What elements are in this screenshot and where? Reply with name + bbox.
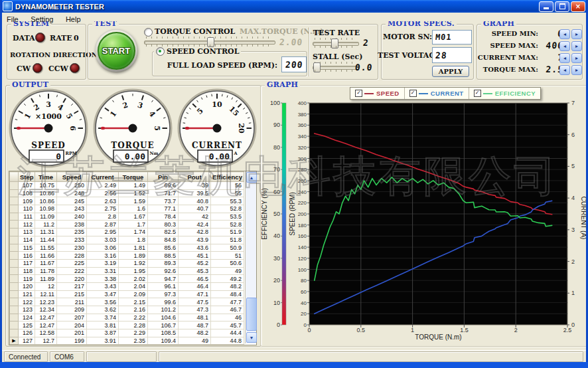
table-row[interactable]: 12612.582013.872.29108.548.244.4 xyxy=(10,329,244,337)
table-row[interactable]: 11811.782223.311.9592.645.349 xyxy=(10,267,244,275)
speed-control-radio[interactable] xyxy=(156,47,165,56)
menu-file[interactable]: File xyxy=(2,15,23,24)
row-selector[interactable] xyxy=(10,314,19,322)
row-selector[interactable] xyxy=(10,267,19,275)
table-header-time[interactable]: Time xyxy=(35,172,57,182)
spin-right-icon[interactable]: ▸ xyxy=(571,29,582,39)
full-load-speed-field[interactable]: 200 xyxy=(281,56,307,72)
row-selector[interactable] xyxy=(10,229,19,236)
stall-slider[interactable] xyxy=(313,62,359,72)
row-selector[interactable] xyxy=(10,275,19,283)
chart-tick-label: 7 xyxy=(571,100,575,106)
menu-setting[interactable]: Setting xyxy=(26,15,58,24)
table-row[interactable]: 12412.472073.742.22104.648.146 xyxy=(10,314,244,322)
row-selector[interactable] xyxy=(10,182,19,190)
row-selector[interactable] xyxy=(10,213,19,221)
row-selector[interactable] xyxy=(10,282,19,290)
chart-tick-label: 160 xyxy=(298,233,307,239)
row-selector[interactable] xyxy=(10,244,19,252)
table-header-pout[interactable]: Pout xyxy=(179,172,211,182)
row-selector[interactable]: ▶ xyxy=(10,337,19,345)
table-cell: 3.47 xyxy=(87,290,119,298)
minimize-button[interactable] xyxy=(539,1,553,12)
table-row[interactable]: 10710.752502.491.4969.63956 xyxy=(10,182,244,190)
row-selector[interactable] xyxy=(10,329,19,337)
spin-left-icon[interactable]: ◂ xyxy=(559,53,570,63)
title-bar[interactable]: DYNAMOMETER TESTER × xyxy=(0,0,588,13)
row-selector[interactable] xyxy=(10,298,19,306)
table-row[interactable]: 12312.342093.622.16101.247.346.7 xyxy=(10,306,244,314)
table-row[interactable]: 10910.862452.631.5973.740.855.3 xyxy=(10,197,244,205)
table-row[interactable]: ▶12712.71993.912.35109.44944.8 xyxy=(10,337,244,345)
table-row[interactable]: 11311.312352.951.7482.542.851.9 xyxy=(10,229,244,236)
table-row[interactable]: 11911.892203.382.0294.746.549.2 xyxy=(10,275,244,283)
spin-left-icon[interactable]: ◂ xyxy=(559,41,570,51)
table-header-step[interactable]: Step xyxy=(19,172,35,182)
legend-item-efficiency[interactable]: ✓EFFICIENCY xyxy=(469,88,540,99)
row-selector[interactable] xyxy=(10,252,19,260)
table-cell: 1.74 xyxy=(119,229,148,236)
table-row[interactable]: 11010.982432.751.677.140.752.8 xyxy=(10,205,244,213)
table-row[interactable]: 12512.472043.812.28106.748.745.7 xyxy=(10,322,244,329)
spin-right-icon[interactable]: ▸ xyxy=(571,41,582,51)
chart-tick-label: 120 xyxy=(298,256,307,262)
torque-control-radio[interactable] xyxy=(144,28,153,37)
table-cell: 250 xyxy=(57,182,87,190)
table-row[interactable]: 10810.862482.561.5271.739.555 xyxy=(10,189,244,197)
scroll-up-icon[interactable]: ▲ xyxy=(246,172,257,183)
test-voltage-field[interactable]: 28 xyxy=(432,47,472,63)
close-button[interactable]: × xyxy=(571,1,585,12)
table-cell: 45.3 xyxy=(179,267,211,275)
table-header-torque[interactable]: Torque xyxy=(119,172,148,182)
table-row[interactable]: 11611.662283.161.8988.545.151 xyxy=(10,252,244,260)
row-selector[interactable] xyxy=(10,221,19,229)
chart-tick-label: 0 xyxy=(304,322,307,328)
table-header-efficiency[interactable]: Efficiency xyxy=(211,172,244,182)
table-row[interactable]: 11211.22382.871.780.342.452.8 xyxy=(10,221,244,229)
menu-help[interactable]: Help xyxy=(61,15,86,24)
data-table[interactable]: StepTimeSpeedCurrentTorquePinPoutEfficie… xyxy=(9,171,244,345)
row-selector[interactable] xyxy=(10,189,19,197)
restore-button[interactable] xyxy=(555,1,569,12)
legend-item-current[interactable]: ✓CURRENT xyxy=(404,88,469,99)
test-rate-slider[interactable] xyxy=(313,38,359,48)
apply-button[interactable]: APPLY xyxy=(432,66,469,77)
graph-setting-row: CURRENT MAX:7◂▸ xyxy=(477,52,581,63)
table-scrollbar[interactable]: ▲ ▼ xyxy=(245,171,256,343)
table-row[interactable]: 120122173.432.0496.146.448.2 xyxy=(10,282,244,290)
row-selector[interactable] xyxy=(10,306,19,314)
row-selector[interactable] xyxy=(10,205,19,213)
spin-right-icon[interactable]: ▸ xyxy=(571,53,582,63)
legend-item-speed[interactable]: ✓SPEED xyxy=(350,88,404,99)
row-selector[interactable] xyxy=(10,322,19,329)
start-button[interactable]: START xyxy=(98,32,135,70)
ccw-led xyxy=(70,63,80,73)
table-cell: 44.4 xyxy=(211,329,244,337)
row-selector[interactable] xyxy=(10,259,19,267)
table-row[interactable]: 12112.112153.472.0997.347.148.4 xyxy=(10,290,244,298)
scrollbar-thumb[interactable] xyxy=(246,298,257,331)
legend-checkbox-icon[interactable]: ✓ xyxy=(409,90,417,97)
row-selector[interactable] xyxy=(10,197,19,205)
legend-checkbox-icon[interactable]: ✓ xyxy=(474,90,481,97)
table-header-speed[interactable]: Speed xyxy=(57,172,87,182)
legend-checkbox-icon[interactable]: ✓ xyxy=(355,90,362,97)
row-selector[interactable] xyxy=(10,290,19,298)
scroll-down-icon[interactable]: ▼ xyxy=(246,332,257,343)
row-selector[interactable] xyxy=(10,236,19,244)
table-row[interactable]: 11711.672253.191.9289.345.250.6 xyxy=(10,259,244,267)
table-cell: 2.35 xyxy=(119,337,148,345)
max-torque-slider[interactable] xyxy=(144,37,275,46)
motor-sn-field[interactable]: M01 xyxy=(432,30,472,45)
spin-right-icon[interactable]: ▸ xyxy=(571,65,582,75)
table-row[interactable]: 12212.232113.562.1599.647.547.7 xyxy=(10,298,244,306)
slider-ticks xyxy=(315,70,357,72)
table-header-current[interactable]: Current xyxy=(87,172,119,182)
table-row[interactable]: 11511.552303.061.8185.643.650.9 xyxy=(10,244,244,252)
table-header-pin[interactable]: Pin xyxy=(148,172,179,182)
data-led xyxy=(35,33,45,43)
table-row[interactable]: 11411.442333.031.884.843.951.8 xyxy=(10,236,244,244)
spin-left-icon[interactable]: ◂ xyxy=(559,29,570,39)
spin-left-icon[interactable]: ◂ xyxy=(559,65,570,75)
table-row[interactable]: 11111.092402.81.6778.44253.5 xyxy=(10,213,244,221)
